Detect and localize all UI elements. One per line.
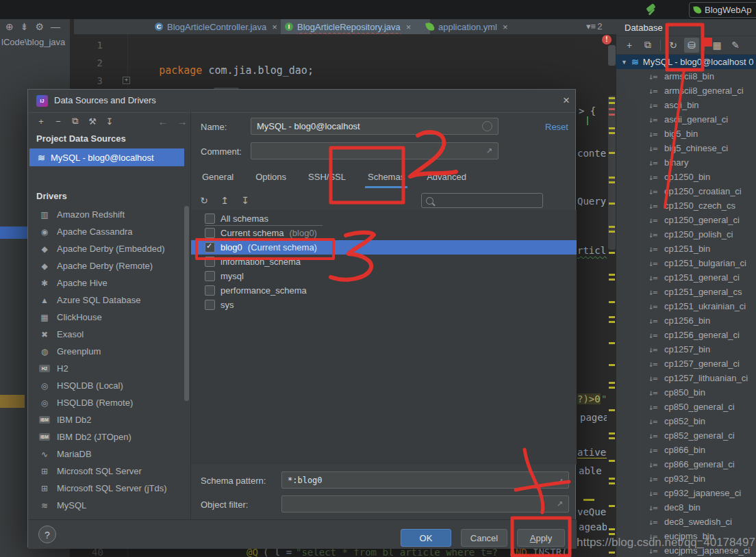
stripe-mark[interactable]	[609, 387, 615, 389]
schema-checkbox[interactable]: ✓	[205, 242, 215, 252]
stripe-mark[interactable]	[609, 432, 615, 435]
collation-row[interactable]: ↓= big5_bin	[616, 127, 756, 141]
collation-row[interactable]: ↓= cp852_bin	[616, 414, 756, 428]
collation-row[interactable]: ↓= cp932_japanese_ci	[616, 486, 756, 500]
close-icon[interactable]: ×	[503, 22, 508, 32]
expand-icon[interactable]: ↗	[558, 476, 563, 484]
schema-search-input[interactable]	[421, 193, 543, 208]
collation-row[interactable]: ↓= cp1250_bin	[616, 170, 756, 184]
stripe-mark[interactable]	[609, 382, 615, 384]
driver-item[interactable]: ◎ HSQLDB (Local)	[29, 377, 184, 394]
collation-row[interactable]: ↓= cp1257_bin	[616, 342, 756, 357]
collation-row[interactable]: ↓= cp1251_bulgarian_ci	[616, 256, 756, 270]
add-data-source-icon[interactable]: +	[622, 38, 637, 53]
edit-icon[interactable]: ✎	[728, 38, 743, 53]
stripe-mark[interactable]	[609, 274, 615, 276]
driver-item[interactable]: ◎ HSQLDB (Remote)	[29, 394, 184, 411]
schema-row[interactable]: ✓ sys	[191, 298, 577, 312]
ok-button[interactable]: OK	[401, 529, 451, 547]
add-icon[interactable]: +	[34, 114, 49, 128]
schema-checkbox[interactable]: ✓	[205, 213, 215, 224]
close-icon[interactable]: ×	[559, 94, 573, 107]
database-panel-header[interactable]: Database	[616, 19, 756, 36]
scrollbar-thumb[interactable]	[608, 45, 616, 66]
schema-checkbox[interactable]: ✓	[205, 285, 215, 296]
collation-row[interactable]: ↓= ascii_general_ci	[616, 112, 756, 127]
project-tree-highlight-row[interactable]	[0, 395, 25, 408]
driver-item[interactable]: ≋ MySQL	[29, 497, 184, 514]
collation-row[interactable]: ↓= cp1251_general_cs	[616, 285, 756, 299]
collation-row[interactable]: ↓= cp1251_general_ci	[616, 270, 756, 285]
stripe-mark[interactable]	[609, 460, 615, 462]
schema-row[interactable]: ✓ information_schema	[191, 255, 577, 269]
fold-plus-icon[interactable]: +	[123, 77, 130, 84]
expand-all-icon[interactable]: ↥	[217, 194, 232, 207]
stripe-mark[interactable]	[609, 114, 615, 116]
editor-tab[interactable]: application.yml ×	[422, 19, 527, 34]
stripe-mark[interactable]	[609, 505, 615, 507]
stripe-mark[interactable]	[609, 482, 615, 484]
schema-checkbox[interactable]: ✓	[205, 228, 215, 238]
tab-overflow-widget[interactable]: ▾≡ 2	[586, 21, 602, 31]
collation-row[interactable]: ↓= cp1256_general_ci	[616, 328, 756, 342]
duplicate-icon[interactable]: ⧉	[68, 114, 83, 128]
stripe-mark[interactable]	[609, 127, 615, 129]
stripe-mark[interactable]	[609, 528, 615, 530]
stripe-mark[interactable]	[609, 552, 615, 554]
chevron-down-icon[interactable]: ▼	[621, 59, 627, 66]
stripe-mark[interactable]	[609, 231, 615, 233]
stripe-mark[interactable]	[609, 97, 615, 99]
collation-row[interactable]: ↓= cp1251_bin	[616, 242, 756, 256]
separator[interactable]	[704, 40, 705, 51]
tab-list-icon[interactable]: ▾≡	[586, 21, 596, 31]
collapse-all-icon[interactable]: ⇟	[21, 21, 29, 32]
stripe-mark[interactable]	[609, 226, 615, 228]
stripe-mark[interactable]	[609, 316, 615, 318]
comment-field[interactable]: ↗	[251, 142, 499, 159]
datasource-item-selected[interactable]: ≋ MySQL - blog0@localhost	[29, 148, 184, 166]
refresh-icon[interactable]: ↻	[666, 38, 681, 53]
schema-row[interactable]: ✓ blog0 (Current schema)	[191, 240, 577, 255]
stripe-mark[interactable]	[609, 152, 615, 154]
back-icon[interactable]: ←	[155, 114, 171, 128]
driver-item[interactable]: ◉ Apache Cassandra	[29, 223, 184, 240]
help-button[interactable]: ?	[38, 526, 56, 543]
run-configuration[interactable]: BlogWebAp	[689, 2, 756, 18]
stripe-mark[interactable]	[609, 181, 615, 183]
forward-icon[interactable]: →	[175, 114, 190, 128]
driver-item[interactable]: ≋ MySQL for 5.1	[29, 514, 184, 519]
collation-row[interactable]: ↓= cp1256_bin	[616, 313, 756, 328]
collation-row[interactable]: ↓= cp850_general_ci	[616, 400, 756, 414]
close-icon[interactable]: ×	[272, 22, 277, 32]
duplicate-icon[interactable]: ⧉	[640, 38, 655, 53]
collation-row[interactable]: ↓= cp1250_czech_cs	[616, 198, 756, 213]
apply-button[interactable]: Apply	[517, 529, 565, 547]
collation-row[interactable]: ↓= cp866_general_ci	[616, 457, 756, 471]
refresh-schemas-icon[interactable]: ↻	[197, 194, 212, 207]
close-icon[interactable]: ×	[406, 22, 412, 32]
stripe-mark[interactable]	[609, 478, 615, 480]
object-filter-field[interactable]: ↗	[281, 495, 569, 513]
driver-item[interactable]: ▲ Azure SQL Database	[29, 292, 184, 309]
stripe-mark[interactable]	[609, 533, 615, 535]
separator[interactable]	[660, 40, 661, 51]
collation-row[interactable]: ↓= cp1250_general_ci	[616, 213, 756, 227]
stripe-mark[interactable]	[609, 278, 615, 281]
driver-item[interactable]: H2 H2	[29, 360, 184, 377]
dialog-tab[interactable]: Schemas	[366, 170, 406, 188]
driver-item[interactable]: ▦ ClickHouse	[29, 309, 184, 326]
cancel-button[interactable]: Cancel	[461, 529, 507, 547]
schema-checkbox[interactable]: ✓	[205, 257, 215, 267]
stripe-mark[interactable]	[609, 252, 615, 254]
error-stripe[interactable]	[607, 0, 616, 557]
collation-row[interactable]: ↓= cp852_general_ci	[616, 428, 756, 443]
settings-icon[interactable]: ⚙	[35, 21, 44, 32]
project-root-label[interactable]: lCode\blog_java	[1, 37, 70, 47]
stripe-mark[interactable]	[609, 203, 615, 205]
stripe-mark[interactable]	[609, 301, 615, 303]
editor-tab[interactable]: C BlogArticleController.java ×	[151, 19, 289, 34]
schema-checkbox[interactable]: ✓	[205, 300, 215, 310]
collation-row[interactable]: ↓= cp932_bin	[616, 471, 756, 486]
driver-item[interactable]: ▥ Amazon Redshift	[29, 206, 184, 223]
remove-icon[interactable]: −	[51, 114, 66, 128]
